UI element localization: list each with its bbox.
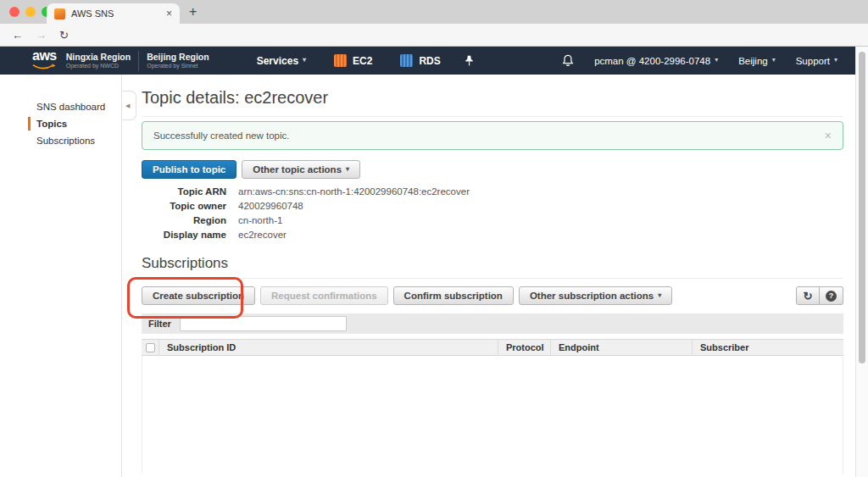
- browser-address-bar: ← → ↻ https://console.amazonaws.cn/sns/v…: [0, 24, 868, 47]
- help-icon: ?: [826, 291, 837, 302]
- aws-logo[interactable]: aws: [32, 51, 57, 71]
- back-icon[interactable]: ←: [12, 29, 23, 42]
- region-beijing[interactable]: Beijing Region Operated by Sinnet: [147, 52, 209, 69]
- sidebar-item-topics[interactable]: Topics: [28, 117, 121, 130]
- support-menu[interactable]: Support▾: [796, 56, 837, 66]
- browser-tab[interactable]: AWS SNS ×: [47, 3, 180, 24]
- tab-close-icon[interactable]: ×: [166, 8, 172, 19]
- region-ningxia[interactable]: Ningxia Region Operated by NWCD: [66, 52, 131, 69]
- page-scrollbar: [855, 47, 868, 477]
- page-title: Topic details: ec2recover: [142, 88, 843, 117]
- select-all-cell: [142, 340, 159, 355]
- confirm-subscription-button[interactable]: Confirm subscription: [393, 286, 514, 305]
- other-subscription-actions-button[interactable]: Other subscription actions▾: [519, 286, 672, 305]
- alert-message: Successfully created new topic.: [153, 130, 289, 141]
- column-header-protocol[interactable]: Protocol: [498, 340, 551, 355]
- chevron-down-icon: ▾: [346, 165, 349, 173]
- help-button[interactable]: ?: [820, 286, 843, 305]
- detail-row-region: Region cn-north-1: [142, 215, 843, 225]
- chevron-down-icon: ▾: [658, 291, 661, 299]
- filter-bar: Filter: [142, 313, 843, 334]
- sns-sidebar: SNS dashboard Topics Subscriptions: [0, 75, 122, 477]
- reload-icon[interactable]: ↻: [59, 29, 69, 42]
- table-header: Subscription ID Protocol Endpoint Subscr…: [142, 339, 843, 356]
- table-body-empty: [142, 356, 843, 474]
- window-controls: [9, 7, 52, 17]
- column-header-endpoint[interactable]: Endpoint: [551, 340, 693, 355]
- detail-row-topic-owner: Topic owner 420029960748: [142, 201, 843, 211]
- create-subscription-button[interactable]: Create subscription: [142, 286, 255, 305]
- column-header-subscriber[interactable]: Subscriber: [693, 340, 843, 355]
- publish-to-topic-button[interactable]: Publish to topic: [142, 160, 236, 179]
- alert-close-icon[interactable]: ×: [825, 129, 832, 142]
- column-header-subscription-id[interactable]: Subscription ID: [159, 340, 498, 355]
- account-menu[interactable]: pcman @ 4200-2996-0748▾: [594, 56, 718, 66]
- ec2-icon: [334, 54, 347, 67]
- scrollbar-thumb[interactable]: [859, 52, 865, 363]
- subscriptions-table: Subscription ID Protocol Endpoint Subscr…: [142, 339, 843, 474]
- success-alert: Successfully created new topic. ×: [142, 121, 843, 150]
- chevron-down-icon: ▾: [715, 56, 718, 64]
- other-topic-actions-button[interactable]: Other topic actions▾: [242, 160, 360, 179]
- chevron-left-icon: ◀: [125, 103, 130, 109]
- aws-smile-icon: [32, 64, 56, 70]
- window-close-button[interactable]: [9, 7, 19, 17]
- tab-title: AWS SNS: [71, 8, 160, 19]
- notifications-bell-icon[interactable]: [562, 54, 574, 67]
- subscriptions-section-title: Subscriptions: [142, 255, 843, 279]
- browser-tab-bar: AWS SNS × +: [0, 0, 868, 24]
- shortcut-ec2[interactable]: EC2: [334, 54, 372, 67]
- sidebar-collapse-button[interactable]: ◀: [122, 91, 136, 120]
- refresh-icon: ↻: [804, 290, 813, 302]
- new-tab-button[interactable]: +: [189, 4, 197, 19]
- detail-row-display-name: Display name ec2recover: [142, 230, 843, 240]
- region-selector-menu[interactable]: Beijing▾: [738, 56, 776, 66]
- refresh-button[interactable]: ↻: [796, 286, 820, 305]
- services-menu[interactable]: Services▾: [257, 55, 306, 67]
- chevron-down-icon: ▾: [772, 56, 776, 64]
- shortcut-rds[interactable]: RDS: [400, 54, 440, 67]
- chevron-down-icon: ▾: [834, 56, 837, 64]
- forward-icon[interactable]: →: [36, 29, 47, 42]
- request-confirmations-button[interactable]: Request confirmations: [260, 286, 388, 305]
- sidebar-item-subscriptions[interactable]: Subscriptions: [28, 134, 121, 147]
- topic-details: Topic ARN arn:aws-cn:sns:cn-north-1:4200…: [142, 186, 843, 240]
- window-minimize-button[interactable]: [25, 7, 36, 17]
- chevron-down-icon: ▾: [303, 56, 306, 64]
- select-all-checkbox[interactable]: [146, 343, 155, 352]
- sidebar-item-dashboard[interactable]: SNS dashboard: [28, 100, 121, 114]
- nav-divider: [138, 51, 139, 71]
- pin-icon[interactable]: [465, 55, 474, 66]
- aws-favicon-icon: [54, 8, 65, 19]
- main-content: Topic details: ec2recover Successfully c…: [142, 75, 843, 474]
- filter-input[interactable]: [180, 316, 347, 331]
- filter-label: Filter: [148, 319, 171, 329]
- detail-row-topic-arn: Topic ARN arn:aws-cn:sns:cn-north-1:4200…: [142, 186, 843, 197]
- rds-icon: [400, 54, 413, 67]
- aws-nav-bar: aws Ningxia Region Operated by NWCD Beij…: [0, 47, 868, 75]
